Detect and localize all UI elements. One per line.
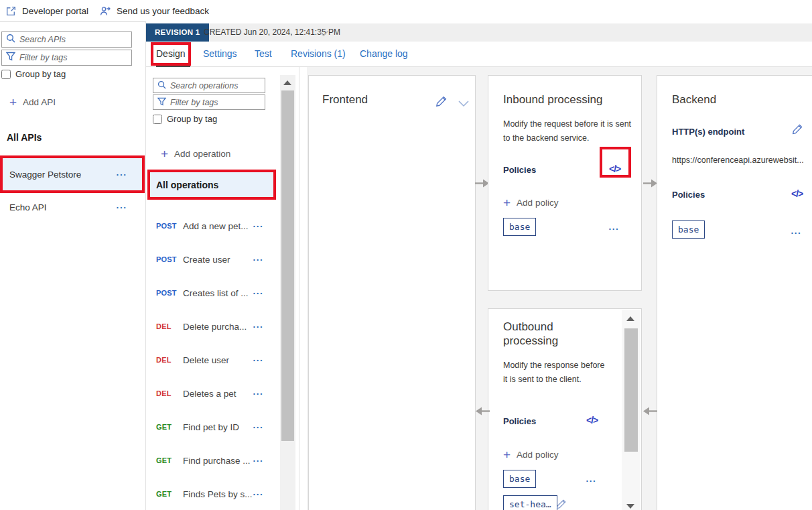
tab-change-log[interactable]: Change log [360,42,408,67]
api-item-label: Echo API [9,202,47,212]
tab-design[interactable]: Design [156,42,186,67]
outbound-description: Modify the response before it is sent to… [503,359,607,386]
search-operations-field[interactable] [153,78,265,93]
operation-row[interactable]: GET Find pet by ID ••• [146,420,280,434]
api-item-swagger-petstore[interactable]: Swagger Petstore ••• [3,158,142,190]
search-operations-input[interactable] [170,81,261,90]
tab-test[interactable]: Test [255,42,272,67]
policy-chip-base[interactable]: base [503,470,536,488]
operation-name: Find pet by ID [183,422,239,432]
tab-settings[interactable]: Settings [203,42,237,67]
backend-code-editor-icon[interactable]: </> [791,188,803,199]
operations-scrollbar[interactable] [280,75,295,510]
operation-more-icon[interactable]: ••• [253,357,264,363]
scroll-down-icon[interactable] [626,504,634,509]
filter-tags-input[interactable] [19,53,127,62]
group-operations-checkbox[interactable] [153,115,162,124]
tab-revisions[interactable]: Revisions (1) [291,42,346,67]
search-apis-input[interactable] [19,35,127,44]
operation-row[interactable]: POST Create user ••• [146,252,280,267]
flow-arrow-left-icon [475,406,490,416]
all-operations-label: All operations [156,180,218,190]
all-apis-header: All APIs [7,132,42,143]
policy-more-icon[interactable]: ••• [586,478,597,484]
filter-operations-field[interactable] [153,94,265,110]
frontend-edit-pencil-icon[interactable] [435,94,448,111]
policy-canvas: Frontend Inbound processing Modify the r… [299,67,812,510]
operation-name: Delete user [183,355,229,365]
operation-verb: DEL [156,389,172,397]
api-item-echo-api[interactable]: Echo API ••• [3,198,142,216]
group-by-tag-label: Group by tag [15,69,66,79]
developer-portal-link[interactable]: Developer portal [5,0,88,21]
filter-tags-field[interactable] [1,50,132,66]
outbound-processing-card: Outbound processing Modify the response … [488,308,642,510]
group-by-tag-row: Group by tag [1,69,66,79]
group-by-tag-checkbox[interactable] [1,70,11,79]
operation-verb: POST [156,255,177,263]
revision-chevron-down-icon[interactable] [318,28,330,40]
policy-more-icon[interactable]: ••• [609,226,620,232]
operation-more-icon[interactable]: ••• [253,290,264,296]
operation-name: Creates list of ... [183,288,249,298]
inbound-code-editor-icon[interactable]: </> [609,164,620,174]
top-bar: Developer portal Send us your feedback [0,0,812,22]
feedback-link[interactable]: Send us your feedback [99,0,209,21]
tab-strip: Design Settings Test Revisions (1) Chang… [146,42,812,67]
backend-endpoint-url: https://conferenceapi.azurewebsit... [672,155,804,165]
operation-row[interactable]: GET Find purchase ... ••• [146,453,280,468]
operation-row[interactable]: DEL Delete purcha... ••• [146,319,280,334]
operation-more-icon[interactable]: ••• [253,257,264,263]
operation-row[interactable]: DEL Delete user ••• [146,353,280,367]
operation-more-icon[interactable]: ••• [253,391,264,397]
operation-more-icon[interactable]: ••• [253,324,264,330]
revision-badge: REVISION 1 [146,23,209,42]
operation-more-icon[interactable]: ••• [253,491,264,497]
api-item-label: Swagger Petstore [9,170,81,180]
outbound-title: Outbound processing [503,320,590,348]
scroll-up-icon[interactable] [626,316,634,321]
add-operation-button[interactable]: + Add operation [161,149,230,159]
operation-row[interactable]: DEL Deletes a pet ••• [146,386,280,401]
inbound-add-policy-button[interactable]: + Add policy [503,198,558,208]
operation-row[interactable]: POST Add a new pet... ••• [146,218,280,233]
operation-more-icon[interactable]: ••• [253,223,264,229]
all-operations-item[interactable]: All operations [150,172,273,197]
selected-api-background: Swagger Petstore ••• [3,158,142,190]
policy-chip-set-header[interactable]: set-hea… [503,495,557,510]
main-region: REVISION 1 CREATED Jun 20, 2024, 12:41:3… [146,22,812,510]
frontend-chevron-down-icon[interactable] [458,98,470,110]
policy-chip-base[interactable]: base [672,220,705,239]
filter-operations-input[interactable] [170,98,261,107]
api-more-icon[interactable]: ••• [117,204,127,210]
search-apis-field[interactable] [1,31,132,48]
policy-edit-pencil-icon[interactable] [555,498,567,510]
search-icon [6,34,15,46]
inbound-processing-card: Inbound processing Modify the request be… [488,75,642,291]
operations-scrollbar-thumb[interactable] [281,90,294,441]
operation-more-icon[interactable]: ••• [253,424,264,430]
outbound-code-editor-icon[interactable]: </> [586,415,598,426]
add-api-button[interactable]: + Add API [9,97,56,107]
operation-verb: POST [156,222,177,230]
add-policy-label: Add policy [517,198,558,208]
backend-edit-pencil-icon[interactable] [791,123,804,138]
operation-more-icon[interactable]: ••• [253,458,264,464]
operation-verb: GET [156,456,172,464]
filter-funnel-icon [157,97,166,109]
operation-name: Deletes a pet [183,389,236,399]
outbound-scrollbar[interactable] [622,310,640,510]
operation-row[interactable]: GET Finds Pets by s... ••• [146,487,280,501]
external-link-icon [5,5,17,17]
operation-row[interactable]: POST Creates list of ... ••• [146,285,280,300]
policy-chip-base[interactable]: base [503,218,536,236]
group-operations-label: Group by tag [167,114,217,124]
operation-name: Find purchase ... [183,456,251,466]
policy-more-icon[interactable]: ••• [791,230,802,236]
plus-icon: + [503,198,511,208]
api-more-icon[interactable]: ••• [117,172,127,178]
outbound-scrollbar-thumb[interactable] [624,328,638,452]
scroll-up-icon[interactable] [283,80,291,85]
outbound-add-policy-button[interactable]: + Add policy [503,450,558,460]
developer-portal-label: Developer portal [22,6,88,16]
